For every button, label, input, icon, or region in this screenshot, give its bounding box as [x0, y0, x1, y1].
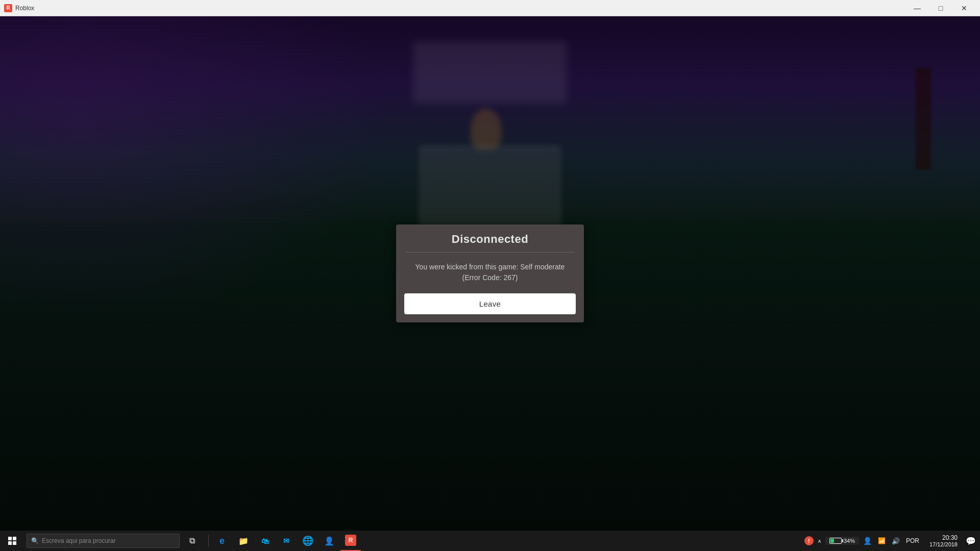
network-icon[interactable]: 📶 — [876, 536, 888, 545]
taskbar-app-file-explorer[interactable]: 📁 — [233, 531, 254, 551]
taskbar: 🔍 Escreva aqui para procurar ⧉ e 📁 🛍 ✉ 🌐 — [0, 531, 980, 551]
dialog-title: Disconnected — [406, 233, 574, 246]
notification-icon: 💬 — [966, 536, 976, 546]
person-icon: 👤 — [324, 535, 335, 546]
game-viewport: Disconnected You were kicked from this g… — [0, 16, 980, 531]
chrome-icon: 🌐 — [302, 535, 313, 546]
sound-icon[interactable]: 🔊 — [890, 536, 902, 546]
internet-explorer-icon: e — [216, 535, 228, 546]
task-view-button[interactable]: ⧉ — [182, 531, 202, 551]
clock-area[interactable]: 20:30 17/12/2018 — [925, 534, 962, 547]
leave-button[interactable]: Leave — [404, 293, 576, 314]
battery-fill — [830, 539, 834, 543]
search-icon: 🔍 — [31, 537, 39, 544]
title-bar: R Roblox — □ ✕ — [0, 0, 980, 16]
maximize-button[interactable]: □ — [929, 0, 952, 16]
start-button[interactable] — [0, 531, 24, 551]
taskbar-separator — [208, 535, 209, 547]
clock-time: 20:30 — [942, 534, 958, 541]
window-title: Roblox — [15, 5, 905, 12]
dialog-body: You were kicked from this game: Self mod… — [396, 253, 584, 291]
minimize-button[interactable]: — — [905, 0, 929, 16]
taskbar-apps: e 📁 🛍 ✉ 🌐 👤 R — [206, 531, 361, 551]
store-icon: 🛍 — [259, 535, 271, 546]
language-label[interactable]: POR — [904, 536, 921, 545]
app-icon: R — [4, 4, 12, 12]
taskbar-app-chrome[interactable]: 🌐 — [298, 531, 318, 551]
disconnect-dialog: Disconnected You were kicked from this g… — [396, 224, 584, 322]
roblox-icon: R — [345, 535, 356, 546]
battery-indicator: 34% — [825, 537, 859, 545]
person-tray-icon[interactable]: 👤 — [861, 536, 874, 546]
battery-percent-label: 34% — [844, 538, 855, 544]
search-bar[interactable]: 🔍 Escreva aqui para procurar — [27, 534, 180, 548]
taskbar-app-internet-explorer[interactable]: e — [212, 531, 232, 551]
taskbar-app-store[interactable]: 🛍 — [255, 531, 275, 551]
taskbar-app-mail[interactable]: ✉ — [276, 531, 297, 551]
dialog-message-line2: (Error Code: 267) — [462, 273, 518, 282]
close-button[interactable]: ✕ — [952, 0, 976, 16]
system-tray: ! ∧ 34% 👤 📶 🔊 POR 20:30 17/12/2018 💬 — [800, 531, 980, 551]
notification-button[interactable]: 💬 — [962, 531, 980, 551]
dialog-message-line1: You were kicked from this game: Self mod… — [415, 263, 565, 271]
mail-icon: ✉ — [281, 535, 292, 546]
window-controls: — □ ✕ — [905, 0, 976, 16]
taskbar-app-person[interactable]: 👤 — [319, 531, 339, 551]
dialog-message: You were kicked from this game: Self mod… — [408, 262, 572, 283]
security-alert-icon[interactable]: ! — [804, 536, 814, 545]
task-view-icon: ⧉ — [189, 536, 195, 545]
file-explorer-icon: 📁 — [238, 535, 249, 546]
dialog-header: Disconnected — [396, 224, 584, 252]
battery-icon — [829, 538, 842, 544]
dialog-footer: Leave — [396, 291, 584, 322]
chevron-tray-icon[interactable]: ∧ — [816, 536, 823, 546]
tray-icons: ! ∧ 34% 👤 📶 🔊 POR — [800, 536, 925, 546]
clock-date: 17/12/2018 — [929, 541, 958, 547]
search-placeholder-text: Escreva aqui para procurar — [42, 537, 116, 544]
windows-logo-icon — [8, 537, 16, 545]
taskbar-app-roblox[interactable]: R — [340, 531, 361, 551]
